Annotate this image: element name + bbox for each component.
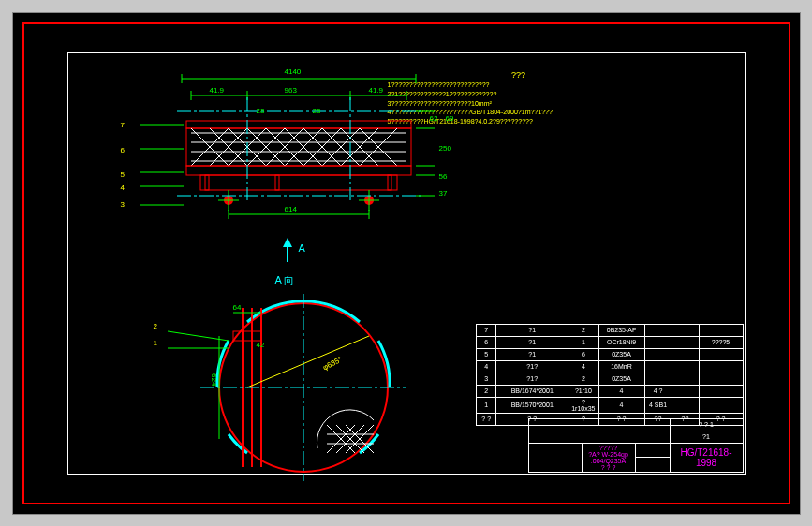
svg-rect-38 — [205, 175, 209, 190]
dim-h2: 69 — [446, 114, 454, 123]
svg-rect-36 — [186, 166, 411, 175]
callout-3: 3 — [121, 200, 125, 209]
parts-list: 7?120B235-AF 6?11OCr18Ni9????5 5?160Z35A… — [476, 324, 743, 426]
svg-line-73 — [247, 336, 369, 387]
svg-rect-37 — [200, 175, 397, 190]
dim-bolt-span: 614 — [285, 205, 297, 213]
dim-inner-width: 963 — [285, 86, 297, 95]
part-row-1: 1BB/1570*2001?1r10x3544 SB1 — [477, 397, 743, 413]
title-block: ? ? 1 ?1 ??????A? W-254gp .004/Q235A? ? … — [528, 418, 744, 473]
section-arrow-label: A — [299, 242, 305, 254]
svg-rect-40 — [388, 175, 391, 190]
dim-plan-d1: 64 — [233, 303, 242, 312]
callout-7: 7 — [121, 121, 125, 129]
dim-left-margin: 41.9 — [210, 86, 225, 95]
part-row-7: 7?120B235-AF — [477, 324, 743, 336]
window: ??? 1??????????????????????????? 2?1????… — [0, 0, 812, 526]
callout-5: 5 — [121, 170, 125, 179]
callout-6: 6 — [121, 146, 125, 154]
section-arrow-icon — [273, 236, 302, 264]
callout-1: 1 — [154, 339, 157, 347]
part-row-3: 3?1?20Z35A — [477, 373, 743, 385]
callout-2: 2 — [154, 322, 157, 330]
dim-plan-height: 624 — [210, 373, 218, 386]
cad-viewport[interactable]: ??? 1??????????????????????????? 2?1????… — [12, 12, 801, 515]
plan-view — [163, 285, 425, 490]
svg-rect-11 — [186, 128, 411, 166]
svg-rect-39 — [275, 175, 279, 190]
part-row-5: 5?160Z35A — [477, 348, 743, 360]
dim-h1: 62 — [430, 114, 438, 123]
part-row-6: 6?11OCr18Ni9????5 — [477, 336, 743, 348]
dim-h4: 56 — [439, 172, 448, 181]
dim-top1: 28 — [257, 107, 265, 115]
dim-h5: 37 — [439, 189, 448, 197]
part-row-4: 4?1?416MnR — [477, 360, 743, 373]
dim-right-margin: 41.9 — [369, 86, 384, 95]
dim-top2: 28 — [313, 107, 321, 115]
dim-plan-d2: 42 — [257, 341, 265, 349]
callout-4: 4 — [121, 183, 125, 192]
svg-marker-65 — [283, 238, 292, 247]
dim-h3: 250 — [439, 144, 451, 153]
part-row-2: 2BB/1674*2001?1r1044 ? — [477, 385, 743, 397]
svg-rect-10 — [186, 121, 411, 128]
elevation-view — [135, 69, 435, 256]
dim-overall-width: 4140 — [285, 67, 302, 76]
